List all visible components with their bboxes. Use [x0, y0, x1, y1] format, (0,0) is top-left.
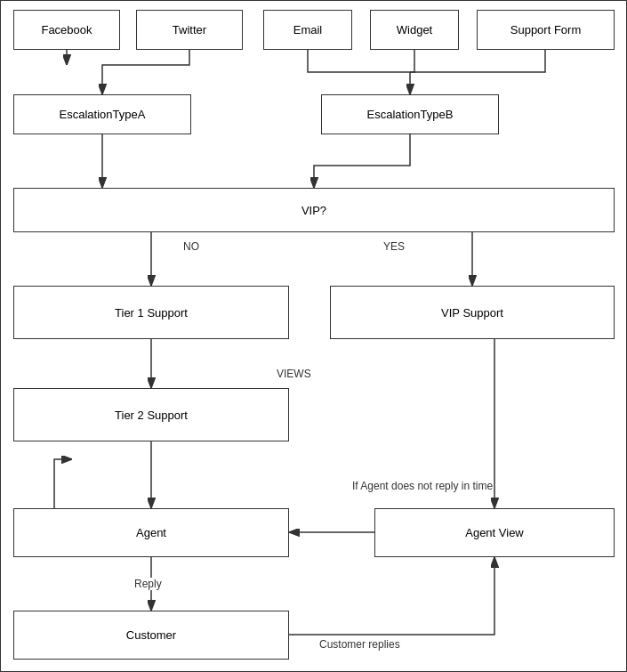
flowchart-diagram: Facebook Twitter Email Widget Support Fo…: [0, 0, 627, 672]
widget-box: Widget: [370, 10, 459, 50]
agent-box: Agent: [13, 508, 289, 557]
escalation-b-box: EscalationTypeB: [321, 94, 499, 134]
customer-replies-label: Customer replies: [319, 638, 400, 651]
no-label: NO: [183, 240, 199, 253]
tier1-box: Tier 1 Support: [13, 286, 289, 339]
reply-label: Reply: [134, 578, 162, 590]
email-box: Email: [263, 10, 352, 50]
vip-question-box: VIP?: [13, 188, 615, 232]
views-label: VIEWS: [277, 368, 311, 380]
twitter-box: Twitter: [136, 10, 243, 50]
tier2-box: Tier 2 Support: [13, 388, 289, 441]
if-agent-label: If Agent does not reply in time: [352, 480, 493, 492]
escalation-a-box: EscalationTypeA: [13, 94, 191, 134]
support-form-box: Support Form: [477, 10, 615, 50]
vip-support-box: VIP Support: [330, 286, 615, 339]
yes-label: YES: [383, 240, 405, 253]
facebook-box: Facebook: [13, 10, 120, 50]
customer-box: Customer: [13, 611, 289, 660]
agent-view-box: Agent View: [374, 508, 615, 557]
